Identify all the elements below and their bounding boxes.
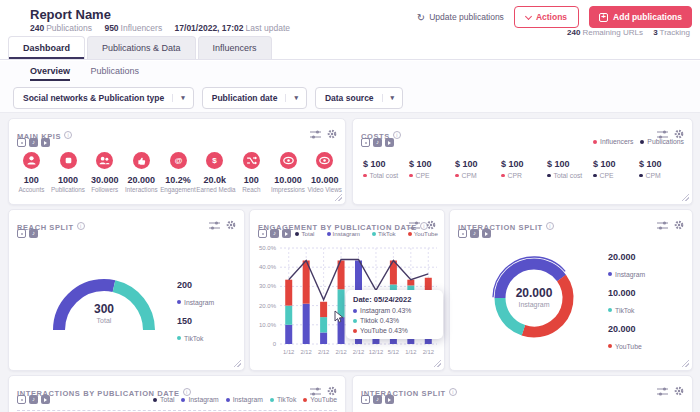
sliders-icon[interactable] [310,125,321,143]
legend-item-instagram[interactable]: Instagram [181,396,218,403]
legend-item-publications[interactable]: Publications [640,138,684,145]
network-icons: ♪ [361,138,394,147]
filter-publication-date[interactable]: Publication date▾ [202,87,307,109]
add-publications-button[interactable]: + Add publications [589,6,692,28]
kpi-item: 100Accounts [13,152,50,193]
cost-label: CPE [593,172,639,179]
legend-item-instagram[interactable]: Instagram [327,230,361,237]
resize-handle[interactable] [682,360,689,367]
info-icon[interactable]: i [64,131,72,139]
svg-text:10.0%: 10.0% [259,322,277,328]
gear-icon[interactable] [226,216,236,234]
kpi-row: 100Accounts1000Publications30.000Followe… [13,152,343,193]
sliders-icon[interactable] [657,382,668,400]
svg-text:0: 0 [273,341,277,347]
legend-label-row: Instagram [608,271,645,278]
sliders-icon[interactable] [209,216,220,234]
legend-item-youtube[interactable]: YouTube [303,396,337,403]
legend-entry-youtube: 20.000YouTube [608,324,645,352]
tooltip-row: Tiktok 0.43% [353,317,436,324]
tiktok-icon: ♪ [470,229,479,238]
bar-segment-youtube[interactable] [407,280,414,286]
gear-icon[interactable] [327,125,337,143]
network-icons: ♪ [361,395,394,404]
bar-segment-instagram[interactable] [285,325,292,344]
legend-value: 10.000 [608,288,645,298]
gear-icon[interactable] [674,382,684,400]
svg-text:2/12: 2/12 [353,349,364,355]
filter-social-networks[interactable]: Social networks & Publication type▾ [13,87,194,109]
gear-icon[interactable] [674,216,684,234]
info-icon[interactable]: i [183,388,191,396]
kpi-value: 100 [13,175,50,185]
cost-value: $ 100 [639,159,685,169]
bar-segment-instagram[interactable] [303,304,310,344]
legend-item-tiktok[interactable]: TikTok [270,396,296,403]
kpi-label: Accounts [13,186,50,193]
kpi-item: 10.000Video Views [306,152,343,193]
legend-dot [226,398,230,402]
legend-label: Total [160,396,174,403]
refresh-icon: ↻ [417,12,425,23]
resize-handle[interactable] [682,194,689,201]
legend-label: Influencers [600,138,633,145]
legend-item-instagram[interactable]: Instagram [226,396,263,403]
legend-item-total[interactable]: Total [153,396,174,403]
legend-label: Instagram [233,396,263,403]
cost-item: $ 100CPM [639,159,685,179]
costs-row: $ 100Total cost$ 100CPE$ 100CPM$ 100CPR$… [363,159,688,179]
legend-dot [353,329,357,333]
legend-item-youtube[interactable]: YouTube [408,230,438,237]
legend-label: TikTok [378,230,396,237]
legend-item-total[interactable]: Total [295,230,314,237]
info-icon[interactable]: i [546,222,554,230]
info-icon[interactable]: i [77,222,85,230]
legend-item-influencers[interactable]: Influencers [593,138,633,145]
cost-item: $ 100CPM [455,159,501,179]
last-update-time: 17/01/2022, 17:02 [175,23,244,33]
legend-value: 150 [177,316,214,326]
kpi-value: 1000 [50,175,87,185]
network-icons: ♪ [258,229,291,238]
info-icon[interactable]: i [393,131,401,139]
legend-dot [303,398,307,402]
sliders-icon[interactable] [657,216,668,234]
update-publications-button[interactable]: ↻ Update publications [417,12,504,23]
resize-handle[interactable] [234,360,241,367]
actions-button[interactable]: Actions [514,6,579,28]
tab-influencers[interactable]: Influencers [198,36,272,59]
subtab-overview[interactable]: Overview [30,66,70,81]
legend-item-tiktok[interactable]: TikTok [372,230,396,237]
tracking-stats: 240Remaining URLs 3Tracking [559,28,690,37]
instagram-icon [17,395,26,404]
kpi-label: Video Views [306,186,343,193]
legend-label: TikTok [277,396,296,403]
legend-entry-instagram: 200Instagram [177,280,214,308]
tab-publications-data[interactable]: Publications & Data [87,36,196,59]
legend-dot [295,232,299,236]
caret-down-icon: ▾ [285,94,306,102]
info-icon[interactable]: i [449,388,457,396]
network-icons: ♪ [17,395,50,404]
bar-segment-instagram[interactable] [320,332,327,344]
cost-value: $ 100 [501,159,547,169]
kpi-value: 10.2% [160,175,197,185]
subtab-publications[interactable]: Publications [91,66,140,79]
legend-dot [153,398,157,402]
bar-segment-tiktok[interactable] [285,306,292,325]
bar-segment-youtube[interactable] [285,280,292,306]
svg-text:2/12: 2/12 [423,349,434,355]
card-interaction-split-2: INTERACTION SPLITi ♪ [352,375,693,412]
reach-gauge-chart [39,262,169,337]
resize-handle[interactable] [335,194,342,201]
kpi-item: 20.000Interactions [123,152,160,193]
bar-segment-youtube[interactable] [320,302,327,317]
cost-value: $ 100 [409,159,455,169]
resize-handle[interactable] [434,360,441,367]
filter-data-source[interactable]: Data source▾ [315,87,403,109]
kpi-item: @10.2%Engagement [160,152,197,193]
tab-dashboard[interactable]: Dashboard [8,36,85,59]
bar-segment-tiktok[interactable] [320,317,327,332]
legend-dot [593,174,597,178]
legend-label: Total [301,230,314,237]
